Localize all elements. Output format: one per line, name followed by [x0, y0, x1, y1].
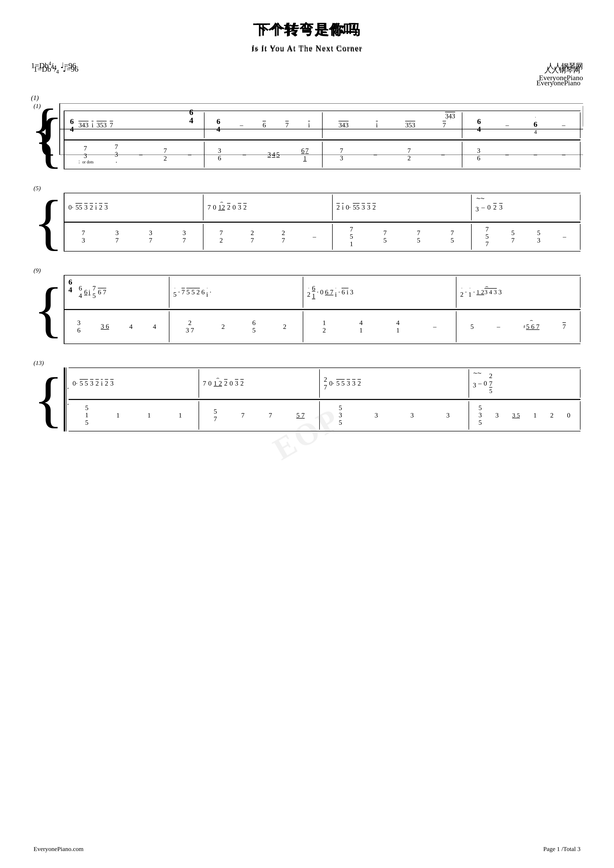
t3-b3-61: 6 1: [312, 285, 316, 300]
b4-b4-1: 1: [533, 412, 537, 419]
t1-bar2: 64 – 6 7 i: [205, 112, 323, 138]
sec4-staves: 0· 5 5 3 2 i 2 3 7 0 ⌢ 1 2: [68, 367, 580, 431]
double-bar-outer: [64, 367, 65, 431]
sec3-system: { 64 64 6 i 75 6 7: [34, 275, 580, 344]
b2-b4-dash: –: [563, 233, 566, 241]
t4-b1-2: 2: [95, 380, 99, 388]
section-1-full: (1) { 64 343 i 353 7: [34, 102, 580, 169]
b2-b1-c1: 73: [82, 229, 85, 244]
rep-dot-2: •: [67, 403, 68, 407]
b2-group: 3 4 5: [267, 151, 280, 158]
sec2-staves: 0· 55 3 2 i 2 3 7 0 ⌢ 12: [64, 193, 580, 251]
t1-b1-n3: 353: [96, 121, 107, 129]
b2-b3-c1: 751: [350, 226, 353, 248]
t4-b4-75: 2 7 5: [489, 372, 493, 395]
treble-staff-4: 0· 5 5 3 2 i 2 3 7 0 ⌢ 1 2: [68, 367, 580, 400]
t2-b1-n3: 2: [90, 204, 93, 211]
t2-b2-n1: 3: [238, 204, 241, 211]
t3-b2-dotb: ·: [210, 288, 211, 296]
t4-b2-n2: 2: [240, 380, 244, 388]
t1-b1-n4: 7: [110, 121, 113, 129]
t3-b4-slur: ⌢ 1 2 3 4 3: [477, 289, 497, 296]
b4-b3-3b: 3: [410, 412, 413, 419]
t2-b1-n4: 2: [99, 204, 103, 211]
t2-bar1: 0· 55 3 2 i 2 3: [64, 195, 204, 220]
t3-b2-7: 7: [182, 288, 185, 296]
sec3-staves: 64 64 6 i 75 6 7 · 5: [64, 275, 580, 344]
b1-dash1: –: [139, 151, 143, 158]
b4-chord1: 36: [477, 147, 480, 162]
t1-b3-n1: 343: [339, 121, 349, 129]
t2-b2-2: 2: [227, 204, 230, 211]
t3-b3-c1: · 2: [307, 286, 311, 298]
t2-b3-i: i: [342, 204, 344, 211]
b2-b1-c3: 37: [149, 229, 152, 244]
key-info: 1=Db4/4 ♩=96: [34, 64, 78, 90]
t2-b2-n2: 2: [243, 204, 247, 211]
t4-b1-2b: 2: [105, 380, 108, 388]
t4-b2-0b: 0: [230, 380, 233, 388]
t3-b3-6i: 6 i: [341, 288, 348, 296]
t1-b4-ts2: · 6 4: [533, 115, 538, 135]
sec3-label: (9): [34, 267, 580, 274]
footer-right: Page 1 /Total 3: [543, 846, 580, 852]
b1-dash2: –: [188, 151, 191, 158]
b2-chord2: 67 1: [301, 147, 309, 162]
sec1-label: (1): [34, 102, 580, 110]
b2-b1-c4: 37: [183, 229, 186, 244]
b2-b4-c1: 757: [485, 226, 489, 248]
brace-sec4: {: [34, 367, 63, 431]
ts-1: 64: [70, 118, 74, 133]
b4-b4-c1: 535: [479, 405, 482, 426]
t3-b3-0: 0: [320, 288, 323, 296]
rep-dot-1: •: [67, 387, 68, 391]
b3-dash2: –: [441, 151, 445, 158]
sec2-system: { 0· 55 3 2 i 2 3: [34, 193, 580, 251]
footer-left: EveryonePiano.com: [34, 846, 84, 852]
b4-b2-c1: 57: [213, 408, 217, 423]
b4-bar1: 515 1 1 1: [68, 401, 199, 429]
b3-b4-dash: –: [497, 323, 500, 331]
b2-b1-c2: 37: [115, 229, 119, 244]
t3-ts: 64: [68, 278, 72, 293]
b4-b3-3c: 3: [446, 412, 449, 419]
double-bar-inner: • •: [66, 367, 67, 431]
b3-b3-c2: 41: [359, 319, 363, 334]
t2-b3-n1: 3: [367, 204, 370, 211]
t3-bar3: · 2 6 1 · 0 6 7 ·i ·: [303, 277, 457, 308]
b4-b4-0: 0: [567, 412, 570, 419]
t4-b3-27: 27: [323, 376, 327, 391]
b3-b3-dash: –: [433, 323, 437, 331]
t2-b2-0: 0: [213, 204, 216, 211]
b3-bar3: 12 41 41 –: [303, 312, 457, 342]
bass-staff-4: 515 1 1 1 57 7 7 5 7: [68, 400, 580, 431]
t2-b4-3: 3: [476, 205, 479, 213]
b2-b2-c2: 27: [251, 229, 254, 244]
b4-b1-1a: 1: [116, 412, 120, 419]
t2-b1-zero: 0·: [68, 204, 73, 211]
b3-b3-c1: 12: [323, 319, 326, 334]
t2-b3-55: 55: [353, 204, 359, 211]
t2-bar2: 7 0 ⌢ 12 2 0 3 2: [204, 195, 333, 220]
t4-b2-0: 0: [208, 380, 212, 388]
site-name-cn: 人人钢琴网: [536, 64, 580, 76]
bass-staff-1: 73⋮ or dots 7. 3 · – 72 –: [64, 140, 580, 169]
t3-b4-2dot: · 2: [460, 286, 464, 298]
t2-b3-2i: 2: [337, 204, 340, 211]
t1-b2-dash: –: [240, 121, 243, 129]
t2-b4-dash: –: [482, 204, 485, 211]
b1-chord2: 72: [163, 147, 167, 162]
t4-b2-n1: 3: [235, 380, 238, 388]
t1-b2-n1: 6: [263, 121, 266, 129]
t4-bar4: 〜〜 3 – 0 2 7 5: [469, 369, 580, 398]
t3-b3-dot2: ·: [338, 288, 340, 296]
b4-b4-35: 3 5: [512, 412, 520, 419]
t1-b1-n2: i: [92, 121, 93, 129]
b3-chord1: 73: [340, 147, 343, 162]
b1-bar1: 73⋮ or dots 7. 3 · – 72 –: [64, 142, 205, 167]
t4-b2-slur: ⌢ 1 2: [214, 380, 222, 388]
t4-b3-5: 0·: [329, 380, 334, 388]
b4-bar2: 57 7 7 5 7: [199, 401, 320, 429]
b3-b1-4: 4: [129, 323, 132, 331]
t2-b1-n2: 3: [84, 204, 88, 211]
